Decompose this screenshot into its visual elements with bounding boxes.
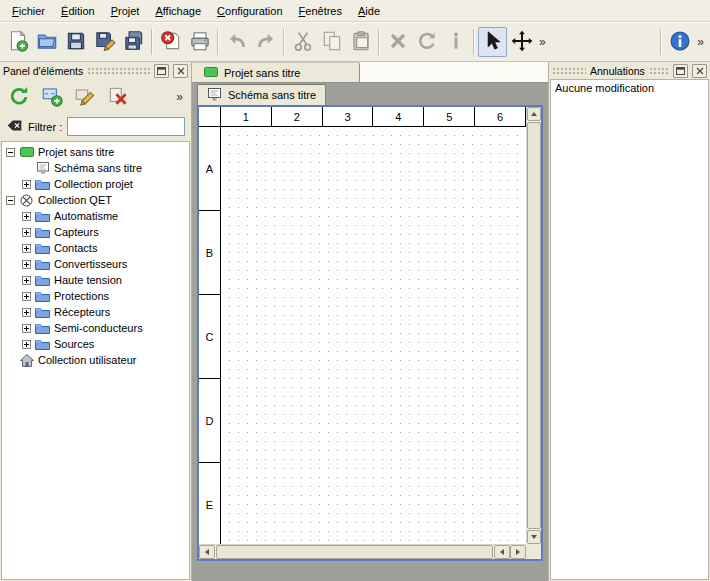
expand-expander-icon[interactable] — [22, 212, 31, 221]
expand-expander-icon[interactable] — [22, 260, 31, 269]
menu-fichier[interactable]: Fichier — [4, 2, 53, 20]
undo-button[interactable] — [222, 27, 251, 57]
copy-icon — [320, 29, 344, 55]
print-button[interactable] — [185, 27, 214, 57]
undo-history-list: Aucune modification — [550, 79, 709, 580]
scroll-left-button[interactable] — [199, 545, 215, 559]
horizontal-scrollbar[interactable] — [199, 544, 526, 559]
filter-input[interactable] — [67, 117, 185, 136]
select-mode-button[interactable] — [478, 27, 507, 57]
redo-button[interactable] — [251, 27, 280, 57]
row-header: B — [199, 211, 220, 295]
menu-edition[interactable]: Édition — [53, 2, 103, 20]
close-icon — [696, 65, 704, 77]
tree-item-collection-utilisateur[interactable]: Collection utilisateur — [2, 352, 189, 368]
menu-fenetres[interactable]: Fenêtres — [291, 2, 350, 20]
tree-item-automatisme[interactable]: Automatisme — [2, 208, 189, 224]
collapse-expander-icon[interactable] — [6, 148, 15, 157]
menu-aide[interactable]: Aide — [350, 2, 388, 20]
scroll-down-button[interactable] — [527, 530, 541, 544]
expand-expander-icon[interactable] — [22, 228, 31, 237]
toolbar-overflow-button[interactable]: » — [694, 35, 707, 49]
save-button[interactable] — [61, 27, 90, 57]
diagram-grid-canvas[interactable] — [221, 127, 526, 544]
expand-expander-icon[interactable] — [22, 324, 31, 333]
toolbar-overflow-button[interactable]: » — [536, 35, 549, 49]
delete-icon — [386, 29, 410, 55]
folder-icon — [35, 178, 50, 190]
open-document-button[interactable] — [32, 27, 61, 57]
expand-expander-icon[interactable] — [22, 244, 31, 253]
panel-toolbar-overflow-button[interactable]: » — [173, 90, 186, 104]
expand-expander-icon[interactable] — [22, 292, 31, 301]
diagram-sheet[interactable]: 1 2 3 4 5 6 A B C D E — [199, 107, 526, 544]
close-dock-button[interactable] — [173, 64, 188, 78]
diagram-view-frame: 1 2 3 4 5 6 A B C D E — [197, 105, 543, 561]
reload-collections-button[interactable] — [5, 83, 33, 111]
vertical-scrollbar-thumb[interactable] — [527, 122, 541, 529]
scroll-up-button[interactable] — [527, 107, 541, 121]
diagram-tab-label: Schéma sans titre — [228, 89, 316, 101]
tree-item-sources[interactable]: Sources — [2, 336, 189, 352]
elements-panel-titlebar[interactable]: Panel d'éléments — [0, 62, 191, 79]
close-document-button[interactable] — [156, 27, 185, 57]
save-icon — [64, 29, 88, 55]
edit-element-button[interactable] — [71, 83, 99, 111]
workspace: Panel d'éléments » Filtrer : Projet sans… — [0, 62, 710, 581]
close-dock-button[interactable] — [692, 64, 707, 78]
qet-collection-icon — [19, 194, 34, 207]
horizontal-scrollbar-thumb[interactable] — [216, 545, 493, 559]
expand-expander-icon[interactable] — [22, 276, 31, 285]
tree-item-semi-conducteurs[interactable]: Semi-conducteurs — [2, 320, 189, 336]
cut-button[interactable] — [288, 27, 317, 57]
save-as-button[interactable] — [90, 27, 119, 57]
tree-item-protections[interactable]: Protections — [2, 288, 189, 304]
new-element-button[interactable] — [38, 83, 66, 111]
tree-item-collection-qet[interactable]: Collection QET — [2, 192, 189, 208]
tree-item-projet-sans-titre[interactable]: Projet sans titre — [2, 144, 189, 160]
scroll-left-button-2[interactable] — [494, 545, 510, 559]
copy-button[interactable] — [317, 27, 346, 57]
project-icon — [19, 146, 34, 158]
expand-expander-icon[interactable] — [22, 308, 31, 317]
save-all-button[interactable] — [119, 27, 148, 57]
tab-schema-sans-titre[interactable]: Schéma sans titre — [197, 84, 326, 105]
vertical-scrollbar[interactable] — [526, 107, 541, 544]
scroll-right-button[interactable] — [510, 545, 526, 559]
undo-list-item[interactable]: Aucune modification — [551, 80, 708, 96]
menu-projet[interactable]: Projet — [103, 2, 148, 20]
tree-item-collection-projet[interactable]: Collection projet — [2, 176, 189, 192]
expand-expander-icon[interactable] — [22, 340, 31, 349]
tree-item-haute-tension[interactable]: Haute tension — [2, 272, 189, 288]
diagram-information-button[interactable] — [665, 27, 694, 57]
rotate-selection-button[interactable] — [412, 27, 441, 57]
folder-icon — [35, 322, 50, 334]
rotate-icon — [415, 29, 439, 55]
element-information-button[interactable] — [441, 27, 470, 57]
delete-selection-button[interactable] — [383, 27, 412, 57]
menu-affichage[interactable]: Affichage — [147, 2, 209, 20]
delete-element-button[interactable] — [104, 83, 132, 111]
float-dock-button[interactable] — [154, 64, 169, 78]
paste-button[interactable] — [346, 27, 375, 57]
clear-filter-icon[interactable] — [6, 117, 23, 136]
new-document-button[interactable] — [3, 27, 32, 57]
dock-grip — [552, 67, 586, 75]
tree-item-convertisseurs[interactable]: Convertisseurs — [2, 256, 189, 272]
tab-projet-sans-titre[interactable]: Projet sans titre — [192, 62, 360, 82]
tree-item-capteurs[interactable]: Capteurs — [2, 224, 189, 240]
collapse-expander-icon[interactable] — [6, 196, 15, 205]
column-header: 6 — [475, 107, 526, 126]
tree-item-recepteurs[interactable]: Récepteurs — [2, 304, 189, 320]
toolbar-separator — [151, 29, 153, 55]
expand-expander-icon[interactable] — [22, 180, 31, 189]
filter-row: Filtrer : — [0, 115, 191, 141]
menu-configuration[interactable]: Configuration — [209, 2, 290, 20]
tree-item-schema-sans-titre[interactable]: Schéma sans titre — [2, 160, 189, 176]
tree-item-contacts[interactable]: Contacts — [2, 240, 189, 256]
pan-mode-button[interactable] — [507, 27, 536, 57]
float-dock-button[interactable] — [673, 64, 688, 78]
reload-icon — [7, 84, 31, 110]
undo-panel-titlebar[interactable]: Annulations — [549, 62, 710, 79]
filter-label: Filtrer : — [28, 121, 62, 133]
